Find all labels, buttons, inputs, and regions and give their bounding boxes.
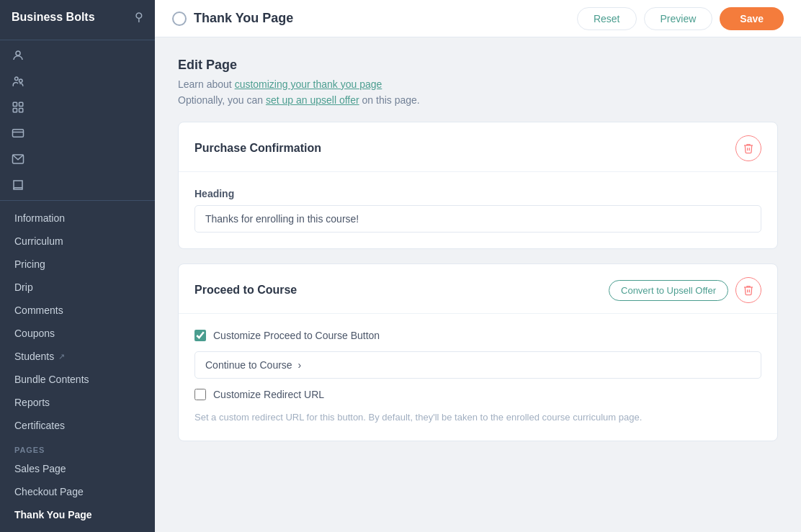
sidebar-nav: Information Curriculum Pricing Drip Comm… (0, 200, 155, 532)
sidebar-icon-home[interactable] (0, 43, 155, 68)
customize-button-row: Customize Proceed to Course Button (194, 330, 761, 341)
preview-button[interactable]: Preview (644, 7, 713, 30)
purchase-confirmation-title: Purchase Confirmation (194, 142, 321, 155)
trash-icon-2 (743, 284, 754, 296)
customize-redirect-checkbox[interactable] (194, 389, 206, 400)
optional-text-prefix: Optionally, you can (178, 94, 266, 106)
purchase-confirmation-card: Purchase Confirmation Heading (178, 122, 778, 249)
sidebar-item-sales-page[interactable]: Sales Page (0, 457, 155, 480)
svg-point-0 (16, 51, 20, 55)
save-button[interactable]: Save (720, 7, 784, 30)
app-logo: Business Bolts (12, 11, 95, 24)
external-link-icon: ↗ (58, 352, 65, 361)
optional-text-suffix: on this page. (359, 94, 420, 106)
top-bar-left: Thank You Page (172, 11, 293, 26)
top-bar-actions: Reset Preview Save (577, 7, 784, 30)
proceed-to-course-delete-button[interactable] (735, 277, 761, 303)
main-panel: Thank You Page Reset Preview Save Edit P… (155, 0, 801, 532)
svg-rect-5 (13, 109, 17, 112)
svg-rect-7 (13, 130, 24, 137)
sidebar-item-coupons[interactable]: Coupons (0, 322, 155, 345)
purchase-confirmation-header: Purchase Confirmation (179, 122, 777, 172)
sidebar-item-pricing[interactable]: Pricing (0, 253, 155, 276)
pages-section-label: PAGES (0, 437, 155, 457)
sidebar-item-certificates[interactable]: Certificates (0, 414, 155, 437)
sidebar-item-students[interactable]: Students ↗ (0, 345, 155, 368)
sidebar-header: Business Bolts ⚲ (0, 0, 155, 34)
top-bar: Thank You Page Reset Preview Save (155, 0, 801, 37)
edit-page-heading: Edit Page (178, 58, 778, 73)
sidebar-item-information[interactable]: Information (0, 207, 155, 230)
proceed-to-course-actions: Convert to Upsell Offer (609, 277, 761, 303)
customize-redirect-label: Customize Redirect URL (213, 389, 324, 400)
reset-button[interactable]: Reset (577, 7, 637, 30)
trash-icon (743, 143, 754, 154)
redirect-description: Set a custom redirect URL for this butto… (194, 410, 761, 425)
sidebar-item-comments[interactable]: Comments (0, 299, 155, 322)
proceed-to-course-header: Proceed to Course Convert to Upsell Offe… (179, 264, 777, 314)
sidebar-item-checkout-page[interactable]: Checkout Page (0, 480, 155, 503)
proceed-to-course-title: Proceed to Course (194, 284, 297, 297)
sidebar-item-reports[interactable]: Reports (0, 391, 155, 414)
page-status-circle (172, 12, 187, 26)
sidebar-icon-users[interactable] (0, 69, 155, 94)
sidebar-icon-book[interactable] (0, 173, 155, 197)
convert-to-upsell-button[interactable]: Convert to Upsell Offer (609, 280, 728, 301)
sidebar-icon-group (0, 40, 155, 200)
heading-input[interactable] (194, 205, 761, 233)
upsell-offer-link[interactable]: set up an upsell offer (266, 94, 359, 106)
page-title: Thank You Page (194, 11, 293, 26)
purchase-confirmation-delete-button[interactable] (735, 135, 761, 161)
sidebar-icon-group[interactable] (0, 95, 155, 120)
sidebar-icon-card[interactable] (0, 121, 155, 145)
proceed-to-course-card: Proceed to Course Convert to Upsell Offe… (178, 263, 778, 441)
svg-point-2 (19, 79, 23, 83)
proceed-to-course-body: Customize Proceed to Course Button Custo… (179, 314, 777, 441)
content-area: Edit Page Learn about customizing your t… (155, 37, 801, 532)
sidebar: Business Bolts ⚲ Preview Information (0, 0, 155, 532)
svg-rect-6 (19, 109, 23, 112)
svg-rect-3 (13, 102, 17, 106)
sidebar-item-thank-you-page[interactable]: Thank You Page (0, 503, 155, 526)
sidebar-item-bundle-contents[interactable]: Bundle Contents (0, 368, 155, 391)
edit-page-optional-text: Optionally, you can set up an upsell off… (178, 94, 778, 106)
customize-redirect-row: Customize Redirect URL (194, 389, 761, 400)
desc-text-before-link: Learn about (178, 78, 235, 90)
sidebar-item-drip[interactable]: Drip (0, 276, 155, 299)
heading-label: Heading (194, 188, 761, 199)
purchase-confirmation-body: Heading (179, 172, 777, 248)
customize-button-checkbox[interactable] (194, 330, 206, 341)
customizing-link[interactable]: customizing your thank you page (235, 78, 382, 90)
edit-page-description: Learn about customizing your thank you p… (178, 78, 778, 90)
customize-button-label: Customize Proceed to Course Button (213, 330, 380, 341)
search-icon[interactable]: ⚲ (135, 10, 143, 24)
button-text-input[interactable] (194, 351, 761, 379)
svg-rect-4 (19, 102, 23, 106)
svg-point-1 (15, 77, 19, 81)
sidebar-item-curriculum[interactable]: Curriculum (0, 230, 155, 253)
sidebar-icon-mail[interactable] (0, 147, 155, 171)
